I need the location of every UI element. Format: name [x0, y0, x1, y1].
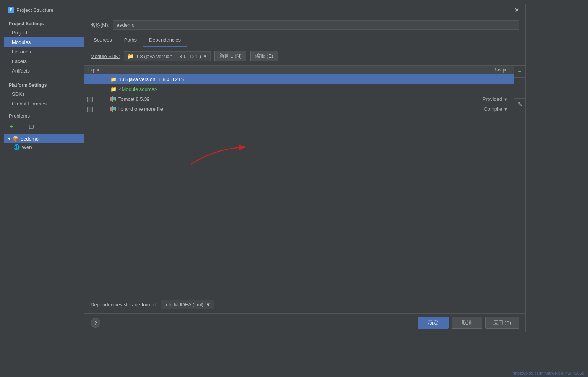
- sdk-folder-icon: 📁: [127, 53, 134, 59]
- tab-dependencies[interactable]: Dependencies: [143, 34, 187, 47]
- web-icon: 🌐: [13, 144, 20, 150]
- sidebar-item-project[interactable]: Project: [4, 28, 84, 37]
- remove-module-button[interactable]: −: [17, 123, 26, 131]
- deps-table: Export Scope 📁 1.8 (java version "1.8.0_…: [84, 66, 514, 296]
- sidebar-item-modules[interactable]: Modules: [4, 37, 84, 47]
- cancel-button[interactable]: 取消: [452, 317, 482, 329]
- dep-name-lib: lib and one more file: [110, 106, 465, 112]
- name-header: [110, 67, 465, 73]
- sdk-select[interactable]: 📁 1.8 (java version "1.8.0_121") ▼: [124, 51, 211, 61]
- tabs-row: Sources Paths Dependencies: [84, 34, 525, 47]
- tomcat-scope-dropdown[interactable]: ▼: [504, 97, 508, 102]
- module-name-row: 名称(M):: [84, 16, 525, 34]
- sidebar-item-artifacts[interactable]: Artifacts: [4, 66, 84, 76]
- sdk-row: Module SDK: 📁 1.8 (java version "1.8.0_1…: [84, 47, 525, 66]
- window-title: Project Structure: [16, 7, 512, 13]
- sidebar-item-sdks[interactable]: SDKs: [4, 89, 84, 99]
- module-toolbar: + − ❐: [4, 121, 84, 133]
- edit-dep-button[interactable]: ✎: [516, 100, 524, 108]
- storage-dropdown-arrow: ▼: [206, 302, 211, 307]
- table-row[interactable]: lib and one more file Compile ▼: [84, 104, 514, 114]
- export-checkbox-tomcat[interactable]: [87, 97, 110, 102]
- sidebar-item-facets[interactable]: Facets: [4, 57, 84, 66]
- add-module-button[interactable]: +: [7, 123, 16, 131]
- table-row[interactable]: Tomcat 8.5.39 Provided ▼: [84, 94, 514, 104]
- name-label: 名称(M):: [91, 22, 109, 29]
- project-settings-heading: Project Settings: [4, 19, 84, 28]
- sidebar-item-problems[interactable]: Problems: [4, 111, 84, 121]
- copy-module-button[interactable]: ❐: [27, 123, 36, 131]
- jdk-folder-icon: 📁: [110, 76, 117, 82]
- table-row[interactable]: 📁 <Module source>: [84, 84, 514, 94]
- app-icon: P: [8, 7, 14, 13]
- move-down-button[interactable]: ↓: [516, 88, 524, 97]
- storage-value: IntelliJ IDEA (.iml): [164, 302, 204, 307]
- ok-button[interactable]: 确定: [418, 317, 449, 329]
- add-dep-button[interactable]: +: [516, 67, 524, 76]
- close-button[interactable]: ✕: [512, 6, 522, 15]
- dep-name-module-source: 📁 <Module source>: [110, 86, 465, 92]
- tomcat-lib-icon: [110, 96, 116, 102]
- module-tree: ▼ 📦 eedemo 🌐 Web: [4, 133, 84, 332]
- storage-label: Dependencies storage format:: [91, 302, 157, 307]
- help-button[interactable]: ?: [91, 318, 100, 328]
- sdk-dropdown-arrow: ▼: [203, 54, 207, 58]
- table-row[interactable]: 📁 1.8 (java version "1.8.0_121"): [84, 74, 514, 84]
- module-icon: 📦: [12, 136, 19, 142]
- watermark: https://blog.csdn.net/weixin_42445650: [513, 371, 584, 375]
- dependencies-area: Export Scope 📁 1.8 (java version "1.8.0_…: [84, 66, 525, 296]
- sdk-value: 1.8 (java version "1.8.0_121"): [136, 53, 201, 59]
- tree-item-web[interactable]: 🌐 Web: [10, 143, 84, 151]
- module-name-input[interactable]: [113, 20, 519, 30]
- export-header: Export: [87, 67, 110, 73]
- dep-scope-tomcat[interactable]: Provided ▼: [465, 96, 511, 102]
- export-checkbox-lib[interactable]: [87, 107, 110, 112]
- new-sdk-button[interactable]: 新建... (N): [214, 51, 247, 61]
- move-up-button[interactable]: ↑: [516, 79, 524, 87]
- apply-button[interactable]: 应用 (A): [485, 317, 519, 329]
- lib-scope-dropdown[interactable]: ▼: [504, 107, 508, 112]
- module-source-icon: 📁: [110, 86, 117, 92]
- dep-name-tomcat: Tomcat 8.5.39: [110, 96, 465, 102]
- dep-name-jdk: 📁 1.8 (java version "1.8.0_121"): [110, 76, 465, 82]
- edit-sdk-button[interactable]: 编辑 (E): [250, 51, 278, 61]
- sidebar-item-global-libraries[interactable]: Global Libraries: [4, 99, 84, 108]
- title-bar: P Project Structure ✕: [4, 4, 525, 16]
- tab-paths[interactable]: Paths: [118, 34, 143, 47]
- sidebar-item-libraries[interactable]: Libraries: [4, 47, 84, 57]
- deps-table-header: Export Scope: [84, 66, 514, 74]
- sdk-label: Module SDK:: [91, 53, 120, 59]
- platform-settings-heading: Platform Settings: [4, 80, 84, 89]
- deps-side-buttons: + ↑ ↓ ✎: [514, 66, 525, 296]
- tab-sources[interactable]: Sources: [87, 34, 118, 47]
- dep-scope-lib[interactable]: Compile ▼: [465, 106, 511, 112]
- storage-select[interactable]: IntelliJ IDEA (.iml) ▼: [161, 300, 214, 309]
- lib-icon: [110, 106, 116, 112]
- storage-format-row: Dependencies storage format: IntelliJ ID…: [84, 296, 525, 313]
- tree-item-eedemo[interactable]: ▼ 📦 eedemo: [4, 134, 84, 143]
- scope-header: Scope: [465, 67, 511, 73]
- bottom-bar: ? 确定 取消 应用 (A): [84, 313, 525, 332]
